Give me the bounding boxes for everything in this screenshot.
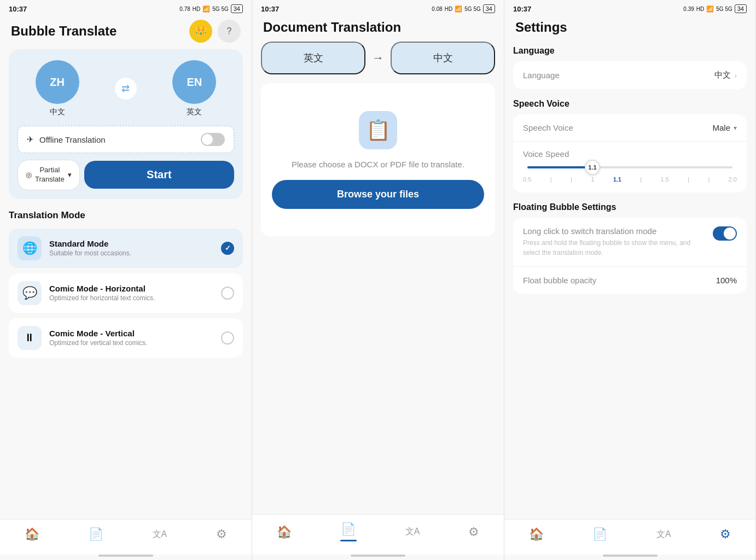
voice-dropdown-icon: ▾ <box>734 124 737 132</box>
comic-vertical-card[interactable]: ⏸ Comic Mode - Vertical Optimized for ve… <box>9 318 243 358</box>
translate-icon-2: 文A <box>405 526 420 538</box>
signal-text-1: 0.78 <box>179 6 190 12</box>
nav-settings-1[interactable]: ⚙ <box>212 525 231 544</box>
wifi-icon-1: 📶 <box>202 5 210 13</box>
from-lang-label: 中文 <box>50 107 65 117</box>
status-bar-1: 10:37 0.78 HD 📶 5G 5G 34 <box>0 0 252 15</box>
long-click-row: Long click to switch translation mode Pr… <box>513 218 747 267</box>
cellular-icon-2: 5G 5G <box>464 6 480 12</box>
doc-icon-2: 📄 <box>341 522 356 536</box>
comic-vertical-desc: Optimized for vertical text comics. <box>49 339 213 347</box>
tick-sep5: | <box>708 176 710 183</box>
to-lang-button[interactable]: EN <box>172 60 216 104</box>
nav-doc-indicator <box>340 540 357 541</box>
slider-fill <box>527 166 589 168</box>
nav-translate-1[interactable]: 文A <box>148 527 172 542</box>
comic-horizontal-desc: Optimized for horizontal text comics. <box>49 294 213 302</box>
nav-home-2[interactable]: 🏠 <box>272 523 296 541</box>
time-3: 10:37 <box>513 5 531 13</box>
header-2: Document Translation <box>252 15 504 42</box>
nav-translate-2[interactable]: 文A <box>401 524 424 540</box>
offline-label: Offline Translation <box>39 135 106 144</box>
browse-files-button[interactable]: Browse your files <box>272 180 484 209</box>
nav-home-3[interactable]: 🏠 <box>525 525 548 544</box>
nav-doc-2[interactable]: 📄 <box>336 520 361 544</box>
opacity-label: Float bubble opacity <box>523 276 596 285</box>
hd-icon-3: HD <box>696 6 704 12</box>
doc-to-lang-button[interactable]: 中文 <box>391 42 495 74</box>
doc-from-lang-button[interactable]: 英文 <box>261 42 365 74</box>
nav-translate-3[interactable]: 文A <box>652 527 676 542</box>
language-value: 中文 › <box>714 70 737 80</box>
crown-button[interactable]: 👑 <box>189 20 212 43</box>
from-lang-button[interactable]: ZH <box>36 60 79 104</box>
partial-icon: ◎ <box>26 171 32 179</box>
status-bar-3: 10:37 0.39 HD 📶 5G 5G 34 <box>504 0 755 15</box>
slider-thumb[interactable]: 1.1 <box>585 160 600 175</box>
nav-doc-3[interactable]: 📄 <box>588 525 612 544</box>
comic-horizontal-radio[interactable] <box>221 287 234 300</box>
voice-type-label: Speech Voice <box>523 123 573 132</box>
comic-horizontal-card[interactable]: 💬 Comic Mode - Horizontal Optimized for … <box>9 273 243 313</box>
floating-bubble-card: Long click to switch translation mode Pr… <box>513 218 747 294</box>
long-click-toggle[interactable] <box>713 226 737 241</box>
home-bar-2 <box>351 555 405 557</box>
home-icon-2: 🏠 <box>277 525 292 539</box>
help-icon: ? <box>227 26 232 36</box>
speech-voice-card: Speech Voice Male ▾ Voice Speed 1.1 0.5 … <box>513 114 747 192</box>
swap-icon-glyph: ⇄ <box>121 83 130 95</box>
slider-current-value: 1.1 <box>588 164 596 171</box>
cellular-icon-1: 5G 5G <box>212 6 228 12</box>
nav-settings-2[interactable]: ⚙ <box>464 523 484 541</box>
opacity-value: 100% <box>716 276 737 285</box>
signal-text-3: 0.39 <box>683 6 694 12</box>
translate-icon-3: 文A <box>656 529 671 540</box>
long-click-text: Long click to switch translation mode Pr… <box>523 226 706 258</box>
nav-home-1[interactable]: 🏠 <box>20 525 44 544</box>
slider-ticks: 0.5 | | 1 1.1 | 1.5 | | 2.0 <box>523 176 737 183</box>
doc-icon-3: 📄 <box>592 527 607 541</box>
offline-left: ✈ Offline Translation <box>27 135 106 144</box>
floating-bubble-section-title: Floating Bubble Settings <box>513 202 747 212</box>
language-card-settings: Language 中文 › <box>513 61 747 89</box>
comic-h-icon: 💬 <box>22 286 37 300</box>
hd-icon-1: HD <box>193 6 200 12</box>
speech-voice-section-title: Speech Voice <box>513 99 747 109</box>
to-lang-label: 英文 <box>187 107 202 117</box>
standard-mode-radio[interactable] <box>221 242 234 255</box>
partial-translate-button[interactable]: ◎ PartialTranslate ▾ <box>18 160 80 190</box>
swap-button[interactable]: ⇄ <box>115 78 137 100</box>
wifi-icon-2: 📶 <box>455 5 462 13</box>
comic-vertical-icon: ⏸ <box>18 326 42 350</box>
long-click-desc: Press and hold the floating bubble to sh… <box>523 238 706 258</box>
standard-mode-name: Standard Mode <box>49 239 213 248</box>
time-1: 10:37 <box>9 5 27 13</box>
dropdown-arrow-icon: ▾ <box>68 171 72 179</box>
lang-arrow-icon: → <box>372 51 384 65</box>
status-icons-3: 0.39 HD 📶 5G 5G 34 <box>683 4 747 13</box>
tick-sep4: | <box>688 176 689 183</box>
tick-1: 1 <box>591 176 594 183</box>
standard-mode-card[interactable]: 🌐 Standard Mode Suitable for most occasi… <box>9 229 243 268</box>
doc-upload-icon: 📋 <box>359 111 397 149</box>
bottom-nav-3: 🏠 📄 文A ⚙ <box>504 519 755 555</box>
voice-speed-row: Voice Speed 1.1 0.5 | | 1 1.1 | 1.5 | <box>513 142 747 192</box>
translate-icon-1: 文A <box>153 529 167 540</box>
voice-speed-slider[interactable]: 1.1 <box>527 166 732 168</box>
nav-doc-1[interactable]: 📄 <box>84 525 108 544</box>
voice-type-row[interactable]: Speech Voice Male ▾ <box>513 114 747 142</box>
tick-1.5: 1.5 <box>661 176 669 183</box>
time-2: 10:37 <box>261 5 279 13</box>
tick-1.1: 1.1 <box>613 176 621 183</box>
help-button[interactable]: ? <box>218 20 241 43</box>
app-title-3: Settings <box>515 20 567 35</box>
nav-settings-3[interactable]: ⚙ <box>716 525 735 544</box>
standard-mode-text: Standard Mode Suitable for most occasion… <box>49 239 213 257</box>
start-button[interactable]: Start <box>84 161 234 189</box>
language-row: ZH 中文 ⇄ EN 英文 <box>18 60 234 117</box>
offline-toggle[interactable] <box>201 133 225 146</box>
language-value-text: 中文 <box>714 70 731 80</box>
comic-vertical-radio[interactable] <box>221 331 234 345</box>
language-row-settings[interactable]: Language 中文 › <box>513 61 747 89</box>
app-title-1: Bubble Translate <box>11 24 117 39</box>
